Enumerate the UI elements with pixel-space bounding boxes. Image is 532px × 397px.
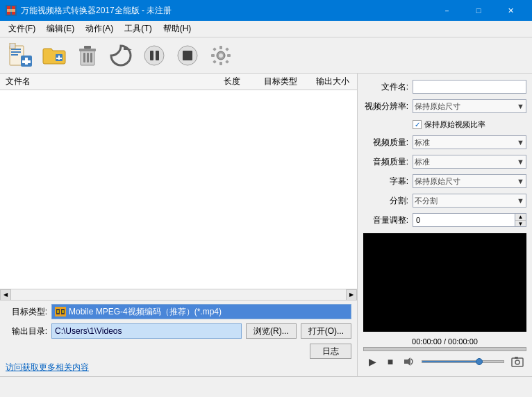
target-type-select[interactable]: Mobile MPEG-4视频编码（推荐）(*.mp4) — [51, 304, 351, 319]
pause-button[interactable] — [139, 40, 169, 71]
filename-row: 文件名: — [363, 79, 526, 94]
video-quality-label: 视频质量: — [363, 137, 408, 149]
player-area: 00:00:00 / 00:00:00 ▶ ■ — [363, 336, 526, 371]
title-bar: 万能视频格式转换器2017全能版 - 未注册 － □ ✕ — [0, 0, 532, 21]
resolution-value: 保持原始尺寸 — [415, 101, 460, 112]
svg-rect-35 — [225, 60, 229, 64]
volume-up-button[interactable]: ▲ — [515, 214, 526, 221]
svg-rect-6 — [11, 51, 21, 53]
svg-rect-20 — [90, 53, 92, 62]
window-title: 万能视频格式转换器2017全能版 - 未注册 — [21, 5, 431, 17]
svg-rect-21 — [144, 46, 164, 65]
horizontal-scrollbar[interactable]: ◀ ▶ — [0, 289, 357, 300]
svg-rect-19 — [87, 53, 89, 62]
split-select[interactable]: 不分割 ▼ — [413, 194, 526, 208]
filename-label: 文件名: — [363, 81, 408, 93]
subtitle-row: 字幕: 保持原始尺寸 ▼ — [363, 174, 526, 189]
svg-rect-18 — [83, 53, 85, 62]
split-arrow: ▼ — [517, 196, 524, 205]
target-type-icon — [55, 307, 66, 316]
audio-quality-arrow: ▼ — [517, 158, 524, 166]
log-button[interactable]: 日志 — [310, 344, 351, 359]
scroll-left-arrow[interactable]: ◀ — [0, 289, 11, 301]
menu-help[interactable]: 帮助(H) — [158, 22, 197, 36]
keep-ratio-checkbox[interactable]: ✓ — [413, 120, 422, 129]
svg-point-43 — [515, 360, 519, 364]
play-button[interactable]: ▶ — [365, 354, 380, 369]
svg-rect-40 — [62, 310, 64, 313]
svg-rect-22 — [150, 51, 153, 60]
stop-player-button[interactable]: ■ — [383, 354, 398, 369]
svg-rect-28 — [219, 46, 222, 49]
menu-action[interactable]: 动作(A) — [80, 22, 119, 36]
svg-marker-41 — [404, 357, 410, 366]
convert-button[interactable] — [106, 40, 136, 71]
maximize-button[interactable]: □ — [463, 0, 494, 21]
close-button[interactable]: ✕ — [494, 0, 526, 21]
minimize-button[interactable]: － — [431, 0, 463, 21]
subtitle-select[interactable]: 保持原始尺寸 ▼ — [413, 174, 526, 188]
seek-bar[interactable] — [363, 347, 526, 351]
svg-rect-14 — [56, 58, 62, 59]
svg-rect-33 — [225, 47, 229, 51]
subtitle-label: 字幕: — [363, 176, 408, 187]
audio-quality-label: 音频质量: — [363, 156, 408, 168]
split-label: 分割: — [363, 195, 408, 207]
more-info-link[interactable]: 访问获取更多相关内容 — [6, 362, 89, 372]
svg-point-27 — [219, 53, 223, 58]
file-list-body: ◀ ▶ — [0, 90, 357, 301]
svg-rect-29 — [219, 62, 222, 65]
svg-rect-16 — [79, 49, 96, 51]
audio-quality-value: 标准 — [415, 157, 430, 167]
toolbar — [0, 37, 532, 74]
menu-tools[interactable]: 工具(T) — [119, 22, 157, 36]
add-folder-button[interactable] — [39, 40, 69, 71]
video-preview — [363, 233, 526, 332]
volume-input[interactable] — [413, 213, 515, 227]
settings-button[interactable] — [206, 40, 236, 71]
svg-rect-8 — [10, 43, 15, 49]
svg-rect-34 — [213, 60, 217, 64]
keep-ratio-row: ✓ 保持原始视频比率 — [413, 118, 526, 130]
open-button[interactable]: 打开(O)... — [301, 323, 351, 339]
main-area: 文件名 长度 目标类型 输出大小 ◀ ▶ 目标类型: — [0, 74, 532, 376]
filename-input[interactable] — [413, 80, 526, 94]
svg-rect-31 — [227, 54, 231, 57]
left-panel: 文件名 长度 目标类型 输出大小 ◀ ▶ 目标类型: — [0, 74, 358, 376]
audio-quality-select[interactable]: 标准 ▼ — [413, 155, 526, 169]
right-panel: 文件名: 视频分辨率: 保持原始尺寸 ▼ ✓ 保持原始视频比率 视频质量: 标准… — [358, 74, 532, 376]
volume-down-button[interactable]: ▼ — [515, 221, 526, 227]
col-target-header: 目标类型 — [253, 76, 308, 87]
svg-rect-23 — [156, 51, 159, 60]
resolution-select[interactable]: 保持原始尺寸 ▼ — [413, 99, 526, 113]
delete-button[interactable] — [72, 40, 103, 71]
svg-rect-17 — [84, 46, 91, 49]
scroll-track[interactable] — [11, 289, 346, 301]
svg-rect-7 — [11, 54, 18, 56]
scroll-right-arrow[interactable]: ▶ — [346, 289, 357, 301]
screenshot-button[interactable] — [510, 354, 525, 369]
video-quality-arrow: ▼ — [517, 138, 524, 146]
menu-edit[interactable]: 编辑(E) — [41, 22, 80, 36]
volume-thumb[interactable] — [476, 358, 483, 365]
add-file-button[interactable] — [6, 40, 36, 71]
svg-rect-30 — [211, 54, 215, 57]
svg-rect-44 — [515, 357, 518, 359]
browse-button[interactable]: 浏览(R)... — [246, 323, 297, 339]
svg-rect-3 — [7, 9, 15, 12]
resolution-row: 视频分辨率: 保持原始尺寸 ▼ — [363, 99, 526, 114]
menu-file[interactable]: 文件(F) — [3, 22, 41, 36]
video-quality-select[interactable]: 标准 ▼ — [413, 135, 526, 149]
target-type-label: 目标类型: — [6, 306, 47, 318]
volume-row: 音量调整: ▲ ▼ — [363, 212, 526, 228]
output-dir-input[interactable] — [51, 323, 242, 339]
target-type-value: Mobile MPEG-4视频编码（推荐）(*.mp4) — [69, 306, 222, 318]
split-row: 分割: 不分割 ▼ — [363, 193, 526, 208]
link-row: 访问获取更多相关内容 — [0, 360, 357, 376]
stop-button[interactable] — [172, 40, 203, 71]
subtitle-value: 保持原始尺寸 — [415, 176, 460, 187]
volume-label: 音量调整: — [363, 214, 408, 226]
video-quality-row: 视频质量: 标准 ▼ — [363, 135, 526, 150]
volume-slider[interactable] — [422, 360, 504, 363]
split-value: 不分割 — [415, 196, 438, 206]
